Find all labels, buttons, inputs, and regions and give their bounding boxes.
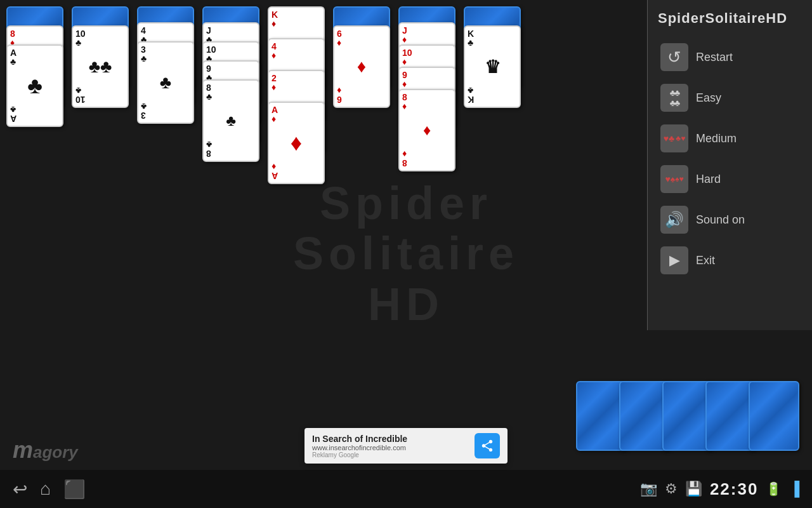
card-column-8: K♣ ♛ K♣ bbox=[464, 6, 521, 89]
screenshot-icon[interactable]: 📷 bbox=[640, 481, 657, 497]
medium-label: Medium bbox=[696, 132, 737, 145]
stock-card-5[interactable] bbox=[749, 381, 799, 451]
battery-icon: 🔋 bbox=[766, 481, 782, 497]
card-8-diamonds-2[interactable]: 8♦ ♦ 8♦ bbox=[398, 89, 455, 171]
card-column-2: 10♣ ♣♣ 10♣ bbox=[72, 6, 129, 89]
ad-title: In Search of Incredible bbox=[312, 434, 468, 444]
status-bar: 📷 ⚙ 💾 22:30 🔋 ▐ bbox=[640, 479, 799, 499]
card-8-clubs[interactable]: 8♣ ♣ 8♣ bbox=[202, 79, 259, 162]
easy-label: Easy bbox=[696, 91, 721, 105]
ad-banner[interactable]: In Search of Incredible www.insearchofin… bbox=[304, 428, 508, 464]
restart-icon: ↺ bbox=[660, 43, 688, 71]
app-title: SpiderSolitaireHD bbox=[658, 10, 802, 27]
easy-button[interactable]: ♣♣♣♣ Easy bbox=[658, 80, 802, 116]
sidebar: SpiderSolitaireHD ↺ Restart ♣♣♣♣ Easy ♥♣… bbox=[647, 0, 812, 330]
sound-icon: 🔊 bbox=[660, 206, 688, 234]
recents-button[interactable]: ⬛ bbox=[63, 479, 86, 500]
card-column-3: 4♣ ♣ 4♣ 3♣ ♣ 3♣ bbox=[137, 6, 194, 89]
home-button[interactable]: ⌂ bbox=[40, 479, 51, 499]
card-a-clubs[interactable]: A♣ ♣ A♣ bbox=[6, 44, 63, 127]
nav-buttons: ↩ ⌂ ⬛ bbox=[13, 479, 86, 500]
sound-label: Sound on bbox=[696, 213, 745, 227]
restart-button[interactable]: ↺ Restart bbox=[658, 39, 802, 75]
ad-source: Reklamy Google bbox=[312, 451, 468, 458]
settings-icon[interactable]: ⚙ bbox=[665, 481, 678, 497]
storage-icon[interactable]: 💾 bbox=[685, 481, 702, 497]
card-3-clubs[interactable]: 3♣ ♣ 3♣ bbox=[137, 41, 194, 124]
ad-share-button[interactable] bbox=[475, 433, 500, 458]
card-column-5: K♦ ♛ K♦ 4♦ ♦ 4♦ 2♦ ♦♦ 2♦ A♦ ♦ A♦ bbox=[268, 6, 325, 89]
exit-label: Exit bbox=[696, 254, 715, 267]
card-10-clubs[interactable]: 10♣ ♣♣ 10♣ bbox=[72, 25, 129, 108]
logo: magory bbox=[13, 437, 78, 464]
card-6-diamonds[interactable]: 6♦ ♦ 6♦ bbox=[333, 25, 390, 108]
ad-content: In Search of Incredible www.insearchofin… bbox=[312, 434, 468, 458]
card-k-clubs[interactable]: K♣ ♛ K♣ bbox=[464, 25, 521, 108]
hard-button[interactable]: ♥♠♠♥ Hard bbox=[658, 161, 802, 197]
exit-button[interactable]: ▶ Exit bbox=[658, 243, 802, 278]
card-a-diamonds[interactable]: A♦ ♦ A♦ bbox=[268, 102, 325, 184]
card-column-1: 8♦ ♦ 8♦ A♣ ♣ A♣ bbox=[6, 6, 67, 89]
stock-pile[interactable] bbox=[576, 381, 799, 451]
easy-icon: ♣♣♣♣ bbox=[660, 84, 688, 112]
card-column-6: 6♦ ♦ 6♦ bbox=[333, 6, 390, 89]
clock: 22:30 bbox=[710, 479, 759, 499]
hard-icon: ♥♠♠♥ bbox=[660, 165, 688, 193]
exit-icon: ▶ bbox=[660, 246, 688, 274]
back-button[interactable]: ↩ bbox=[13, 479, 27, 500]
card-column-4: J♣ J♣ J♣ 10♣ ♣♣ 10♣ 9♣ ♣ 9♣ 8♣ ♣ 8♣ bbox=[202, 6, 259, 89]
medium-icon: ♥♣♣♥ bbox=[660, 124, 688, 152]
sound-button[interactable]: 🔊 Sound on bbox=[658, 202, 802, 237]
restart-label: Restart bbox=[696, 51, 733, 64]
bottom-bar: ↩ ⌂ ⬛ 📷 ⚙ 💾 22:30 🔋 ▐ bbox=[0, 470, 812, 508]
medium-button[interactable]: ♥♣♣♥ Medium bbox=[658, 121, 802, 156]
ad-url: www.insearchofincredible.com bbox=[312, 444, 468, 451]
hard-label: Hard bbox=[696, 173, 721, 186]
logo-text: magory bbox=[13, 442, 78, 462]
card-column-7: J♦ J♦ J♦ 10♦ ♦♦ 10♦ 9♦ ♦ 9♦ 8♦ ♦ 8♦ bbox=[398, 6, 455, 89]
signal-icon: ▐ bbox=[789, 481, 799, 497]
